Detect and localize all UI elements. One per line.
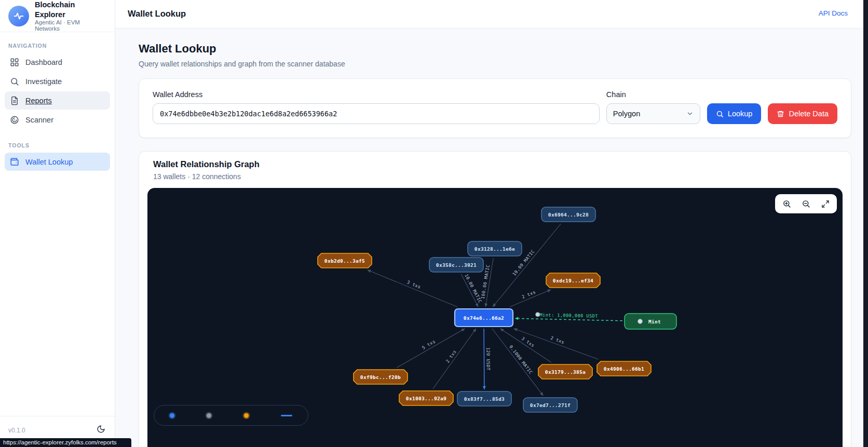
nav-section-label: NAVIGATION: [8, 43, 106, 49]
chain-select-value: Polygon: [613, 110, 640, 118]
sidebar-item-dashboard[interactable]: Dashboard: [5, 53, 110, 71]
main-content: Wallet Lookup Query wallet relationships…: [115, 29, 863, 447]
sidebar-item-label: Wallet Lookup: [25, 158, 73, 166]
graph-edge-label: 2 txs: [445, 349, 457, 364]
graph-edge-label: 3 txs: [521, 336, 536, 348]
sidebar-item-label: Reports: [25, 97, 52, 105]
zoom-out-button[interactable]: [796, 195, 816, 212]
status-url-tooltip: https://agentic-explorer.zyfolks.com/rep…: [0, 438, 131, 447]
sidebar: Blockchain Explorer Agentic AI · EVM Net…: [0, 0, 115, 447]
legend-wallet-dot[interactable]: [207, 413, 211, 418]
graph-node-7ed7[interactable]: 0x7ed7...271f: [523, 398, 577, 412]
topbar-title: Wallet Lookup: [128, 9, 186, 19]
graph-node-74e6[interactable]: 0x74e6...66a2: [455, 309, 513, 327]
graph-edge: [433, 329, 476, 389]
zoom-in-button[interactable]: [777, 195, 796, 212]
activity-pulse-icon: [13, 10, 24, 22]
delete-button-label: Delete Data: [789, 110, 829, 118]
moon-icon: [97, 425, 105, 434]
graph-node-4906[interactable]: 0x4906...66b1: [597, 361, 651, 376]
zoom-out-icon: [802, 199, 810, 208]
expand-button[interactable]: [816, 195, 835, 212]
wallet-address-input[interactable]: [153, 103, 600, 124]
dashboard-grid-icon: [10, 58, 19, 67]
sphere-icon: [638, 319, 643, 324]
graph-node-label: 0x3179...385a: [545, 369, 586, 375]
tools-section-label: TOOLS: [8, 142, 106, 148]
graph-card-title: Wallet Relationship Graph: [153, 159, 843, 169]
graph-node-label: 0x358c...3921: [436, 262, 477, 268]
graph-edge-label: 3 txs: [406, 279, 422, 290]
lookup-button-label: Lookup: [728, 110, 753, 118]
graph-node-label: 0x7ed7...271f: [530, 402, 571, 408]
page-subtitle: Query wallet relationships and graph fro…: [139, 60, 851, 68]
graph-edge-label: 10.00 MATIC: [464, 273, 483, 304]
sidebar-item-label: Dashboard: [25, 58, 62, 66]
graph-node-1003[interactable]: 0x1003...92a9: [399, 391, 453, 405]
graph-node-83f7[interactable]: 0x83f7...85d3: [457, 391, 511, 406]
graph-edge-label: 0.1000 MATIC: [508, 344, 534, 375]
search-icon: [10, 77, 19, 86]
topbar: Wallet Lookup API Docs: [115, 0, 863, 29]
graph-node-label: 0x4906...66b1: [604, 366, 644, 372]
chevron-down-icon: [686, 110, 694, 117]
graph-node-358c[interactable]: 0x358c...3921: [429, 258, 483, 272]
graph-node-label: 0x74e6...66a2: [464, 315, 504, 321]
scanner-icon: [10, 115, 19, 125]
graph-node-label: 0xb2d0...3af5: [324, 258, 365, 264]
relationship-graph-card: Wallet Relationship Graph 13 wallets · 1…: [139, 151, 851, 447]
graph-edge-label: 2 txs: [550, 335, 565, 345]
app-title: Blockchain Explorer: [35, 0, 106, 19]
chain-select[interactable]: Polygon: [606, 103, 700, 124]
graph-card-stats: 13 wallets · 12 connections: [153, 172, 843, 181]
sidebar-item-scanner[interactable]: Scanner: [5, 111, 110, 129]
wallet-icon: [10, 157, 19, 167]
sidebar-item-label: Scanner: [25, 116, 53, 124]
graph-node-3128[interactable]: 0x3128...1e6e: [468, 241, 522, 256]
graph-node-dc19[interactable]: 0xdc19...ef34: [546, 273, 600, 288]
graph-node-f9bc[interactable]: 0xf9bc...f20b: [354, 370, 408, 384]
page-title: Wallet Lookup: [139, 42, 851, 56]
graph-node-6964[interactable]: 0x6964...9c28: [541, 207, 595, 222]
graph-node-label: 0x1003...92a9: [406, 396, 446, 401]
sidebar-item-wallet-lookup[interactable]: Wallet Lookup: [5, 153, 110, 171]
graph-node-label: Mint: [648, 319, 661, 324]
graph-node-mint[interactable]: Mint: [625, 314, 676, 329]
api-docs-link[interactable]: API Docs: [819, 9, 848, 17]
page-scrollbar[interactable]: [863, 0, 868, 447]
relationship-graph-panel[interactable]: 10.00 MATIC100.00 MATIC10.00 MATIC3 txs2…: [147, 188, 843, 447]
graph-edge-label: 5 txs: [421, 338, 436, 350]
graph-edge: [397, 329, 465, 368]
app-version: v0.1.0: [8, 427, 25, 434]
graph-edge-label: Mint: 1,000,000 USDT: [539, 312, 598, 318]
chain-label: Chain: [606, 90, 700, 99]
graph-edge-label: 2 txs: [521, 289, 537, 300]
graph-edge: [492, 329, 543, 396]
lookup-form-card: Wallet Address Chain Polygon Lookup Dele…: [139, 78, 851, 138]
search-icon: [716, 110, 724, 118]
app-header: Blockchain Explorer Agentic AI · EVM Net…: [0, 0, 115, 32]
graph-node-label: 0xdc19...ef34: [553, 278, 593, 283]
legend-edge-line[interactable]: [281, 415, 292, 416]
graph-node-b2d0[interactable]: 0xb2d0...3af5: [318, 253, 372, 268]
wallet-address-label: Wallet Address: [153, 90, 600, 99]
theme-toggle-button[interactable]: [97, 425, 105, 435]
graph-node-3179[interactable]: 0x3179...385a: [538, 364, 592, 379]
legend-center-wallet-dot[interactable]: [170, 413, 174, 418]
sphere-icon: [536, 313, 540, 317]
file-text-icon: [10, 96, 19, 105]
sidebar-item-reports[interactable]: Reports: [5, 91, 110, 110]
legend-contract-dot[interactable]: [244, 413, 249, 418]
graph-edge: [484, 329, 484, 389]
lookup-button[interactable]: Lookup: [707, 103, 762, 124]
graph-edge: [500, 329, 551, 362]
graph-node-label: 0xf9bc...f20b: [360, 374, 401, 380]
delete-data-button[interactable]: Delete Data: [768, 103, 837, 124]
graph-edge-label: 120 USDT: [485, 347, 491, 371]
graph-node-label: 0x83f7...85d3: [464, 396, 505, 402]
graph-nodes: 0x6964...9c280x3128...1e6e0x358c...39210…: [318, 207, 676, 412]
graph-edge: [368, 270, 457, 307]
app-subtitle: Agentic AI · EVM Networks: [35, 19, 106, 32]
sidebar-item-investigate[interactable]: Investigate: [5, 72, 110, 90]
graph-legend: [154, 405, 308, 426]
